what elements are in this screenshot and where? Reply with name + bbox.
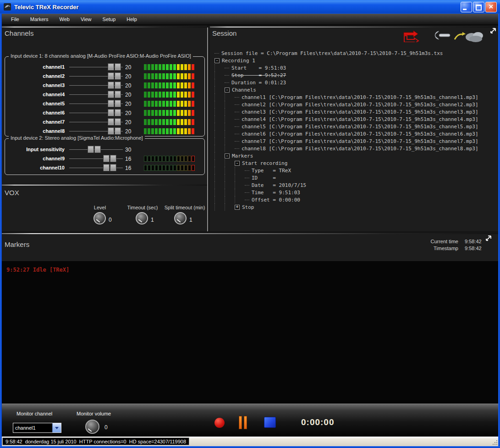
level-meter — [144, 110, 195, 116]
slider-thumbs[interactable] — [103, 155, 116, 162]
slider-thumb-left[interactable] — [108, 109, 114, 116]
slider-thumb-left[interactable] — [108, 100, 114, 107]
slider-thumb-right[interactable] — [110, 164, 116, 171]
minimize-button[interactable] — [461, 2, 472, 12]
slider-thumb-right[interactable] — [115, 91, 121, 98]
tree-item[interactable]: -Recording 1 — [214, 57, 496, 64]
expand-icon[interactable]: + — [235, 205, 240, 210]
monitor-channel-select[interactable]: channel1 — [13, 423, 61, 433]
tree-item[interactable]: ID = — [214, 174, 496, 181]
record-button[interactable] — [214, 418, 225, 428]
channel-label: channel3 — [5, 82, 65, 88]
resize-grip[interactable] — [492, 439, 497, 445]
tree-item[interactable]: channel8 [C:\Program Files\trex\data\201… — [214, 145, 496, 152]
maximize-button[interactable] — [473, 2, 484, 12]
tree-item[interactable]: +Stop — [214, 203, 496, 211]
pause-button[interactable] — [239, 416, 249, 429]
slider-thumbs[interactable] — [108, 127, 121, 135]
menu-item-markers[interactable]: Markers — [25, 15, 54, 24]
slider-thumb-right[interactable] — [115, 127, 121, 135]
meter-segment — [159, 156, 162, 162]
slider-thumbs[interactable] — [108, 72, 121, 80]
tree-item-text: ID = — [252, 175, 276, 181]
wrench-icon[interactable] — [433, 31, 451, 40]
meter-segment — [173, 92, 176, 98]
vox-knob-1[interactable] — [93, 212, 106, 224]
vox-knob-2[interactable] — [136, 212, 148, 224]
menu-item-view[interactable]: View — [75, 15, 97, 24]
slider-thumbs[interactable] — [88, 146, 101, 153]
tree-item[interactable]: Time = 9:51:03 — [214, 189, 496, 196]
menu-item-file[interactable]: File — [5, 15, 25, 24]
slider-thumbs[interactable] — [108, 118, 121, 126]
slider-thumb-right[interactable] — [115, 72, 121, 80]
tree-item[interactable]: channel3 [C:\Program Files\trex\data\201… — [214, 108, 496, 115]
tree-item[interactable]: -Start recording — [214, 159, 496, 167]
markers-log[interactable]: 9:52:27 Idle [TReX] — [2, 261, 498, 404]
slider-thumb-left[interactable] — [108, 127, 114, 135]
slider-thumbs[interactable] — [103, 164, 116, 171]
meter-segment — [148, 64, 150, 70]
slider-thumb-left[interactable] — [108, 82, 114, 89]
tree-item[interactable]: Type = TReX — [214, 167, 496, 174]
tree-item[interactable]: Offset = 0:00:00 — [214, 196, 496, 203]
slider-thumbs[interactable] — [108, 100, 121, 107]
close-button[interactable] — [485, 2, 497, 12]
menu-item-help[interactable]: Help — [121, 15, 143, 24]
chevron-down-icon[interactable] — [52, 423, 61, 432]
meter-segment — [148, 119, 150, 125]
tree-item[interactable]: channel1 [C:\Program Files\trex\data\201… — [214, 93, 496, 101]
tree-item[interactable]: channel2 [C:\Program Files\trex\data\201… — [214, 101, 496, 108]
tree-item[interactable]: Date = 2010/7/15 — [214, 181, 496, 189]
slider-thumb-right[interactable] — [115, 109, 121, 116]
slider-thumb-right[interactable] — [115, 82, 121, 89]
menu-item-web[interactable]: Web — [54, 15, 75, 24]
tree-item[interactable]: -Markers — [214, 152, 496, 159]
meter-segment — [177, 156, 180, 162]
tree-item[interactable]: -Channels — [214, 86, 496, 93]
slider-thumb-right[interactable] — [94, 146, 101, 153]
meter-segment — [148, 82, 150, 88]
slider-thumb-left[interactable] — [108, 63, 114, 71]
markers-expand-icon[interactable] — [485, 235, 492, 242]
upload-cloud-icon[interactable] — [454, 28, 485, 43]
monitor-volume-knob[interactable] — [85, 420, 99, 434]
slider-thumb-right[interactable] — [115, 118, 121, 126]
vox-knob-3[interactable] — [174, 212, 187, 224]
channels-divider — [2, 27, 207, 27]
slider-thumb-left[interactable] — [108, 72, 114, 80]
tree-item[interactable]: channel6 [C:\Program Files\trex\data\201… — [214, 130, 496, 137]
collapse-icon[interactable]: - — [235, 161, 240, 166]
tree-indent-guide — [214, 108, 225, 115]
menu-item-setup[interactable]: Setup — [97, 15, 121, 24]
slider-thumb-left[interactable] — [108, 118, 114, 126]
slider-thumb-right[interactable] — [110, 155, 116, 162]
record-transfer-icon[interactable] — [403, 29, 421, 42]
slider-thumbs[interactable] — [108, 82, 121, 89]
meter-segment — [144, 165, 147, 171]
tree-connector — [245, 185, 249, 186]
collapse-icon[interactable]: - — [225, 87, 230, 93]
slider-thumb-left[interactable] — [103, 164, 110, 171]
collapse-icon[interactable]: - — [214, 58, 220, 63]
tree-item[interactable]: Start = 9:51:03 — [214, 64, 496, 71]
tree-item[interactable]: Session file = C:\Program Files\trex\dat… — [214, 49, 496, 57]
slider-thumbs[interactable] — [108, 91, 121, 98]
tree-item[interactable]: channel7 [C:\Program Files\trex\data\201… — [214, 137, 496, 145]
slider-thumb-right[interactable] — [115, 63, 121, 71]
slider-thumb-left[interactable] — [103, 155, 110, 162]
tree-item[interactable]: Duration = 0:01:23 — [214, 79, 496, 86]
expand-icon[interactable] — [489, 27, 497, 34]
stop-button[interactable] — [264, 417, 276, 428]
tree-item[interactable]: Stop = 9:52:27 — [214, 71, 496, 79]
slider-thumb-left[interactable] — [88, 146, 94, 153]
slider-thumbs[interactable] — [108, 63, 121, 71]
panel-splitter[interactable] — [207, 27, 208, 231]
slider-thumbs[interactable] — [108, 109, 121, 116]
tree-item[interactable]: channel5 [C:\Program Files\trex\data\201… — [214, 123, 496, 130]
tree-item[interactable]: channel4 [C:\Program Files\trex\data\201… — [214, 115, 496, 123]
meter-segment — [181, 128, 183, 134]
slider-thumb-left[interactable] — [108, 91, 114, 98]
collapse-icon[interactable]: - — [225, 153, 230, 158]
slider-thumb-right[interactable] — [115, 100, 121, 107]
